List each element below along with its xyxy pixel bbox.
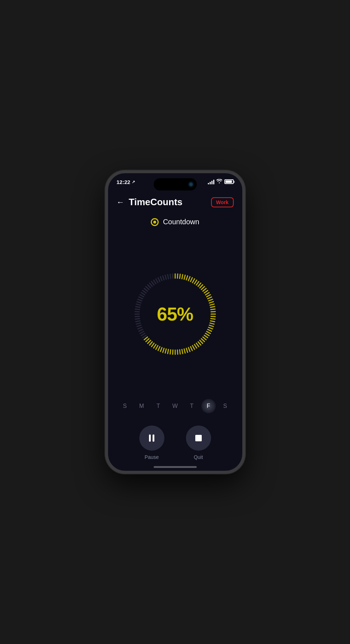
island-camera	[189, 182, 193, 187]
main-content: ← TimeCounts Work Countdown 65% S M T	[108, 193, 242, 471]
pause-label: Pause	[145, 454, 159, 460]
day-monday[interactable]: M	[134, 399, 149, 413]
days-row: S M T W T F S	[117, 393, 234, 422]
dynamic-island	[154, 178, 197, 190]
pause-button[interactable]	[139, 426, 164, 451]
signal-bar-3	[211, 181, 213, 184]
wifi-icon	[216, 179, 222, 184]
screen: 12:22 ↗	[108, 173, 242, 471]
battery-icon	[224, 179, 234, 184]
pause-bar-right	[153, 434, 154, 442]
time-display: 12:22	[117, 179, 130, 185]
day-saturday[interactable]: S	[218, 399, 232, 413]
day-tuesday[interactable]: T	[151, 399, 165, 413]
quit-label: Quit	[194, 454, 203, 460]
day-wednesday[interactable]: W	[168, 399, 182, 413]
phone-frame: 12:22 ↗	[105, 170, 245, 474]
status-icons	[208, 179, 234, 184]
pause-control: Pause	[139, 426, 164, 460]
stop-icon	[195, 435, 202, 441]
signal-bar-1	[208, 183, 209, 184]
battery-fill	[225, 180, 232, 183]
signal-bars	[208, 179, 214, 184]
quit-button[interactable]	[186, 426, 211, 451]
day-thursday[interactable]: T	[185, 399, 199, 413]
pause-icon	[149, 434, 154, 442]
ring-container: 65%	[117, 235, 234, 393]
signal-bar-4	[213, 180, 214, 184]
header: ← TimeCounts Work	[117, 193, 234, 213]
day-sunday[interactable]: S	[118, 399, 132, 413]
mode-selector[interactable]: Countdown	[117, 213, 234, 235]
mode-indicator-icon	[151, 218, 159, 226]
signal-bar-2	[210, 182, 211, 184]
home-indicator	[154, 466, 197, 468]
quit-control: Quit	[186, 426, 211, 460]
controls: Pause Quit	[117, 422, 234, 471]
status-time: 12:22 ↗	[117, 179, 135, 185]
work-badge[interactable]: Work	[211, 197, 234, 207]
percent-label: 65%	[157, 303, 193, 325]
mode-label: Countdown	[163, 218, 199, 226]
location-arrow: ↗	[132, 180, 135, 184]
app-title: TimeCounts	[129, 197, 211, 208]
ring-wrapper: 65%	[129, 267, 222, 361]
back-button[interactable]: ←	[117, 198, 125, 207]
day-friday[interactable]: F	[201, 399, 216, 413]
pause-bar-left	[149, 434, 151, 442]
